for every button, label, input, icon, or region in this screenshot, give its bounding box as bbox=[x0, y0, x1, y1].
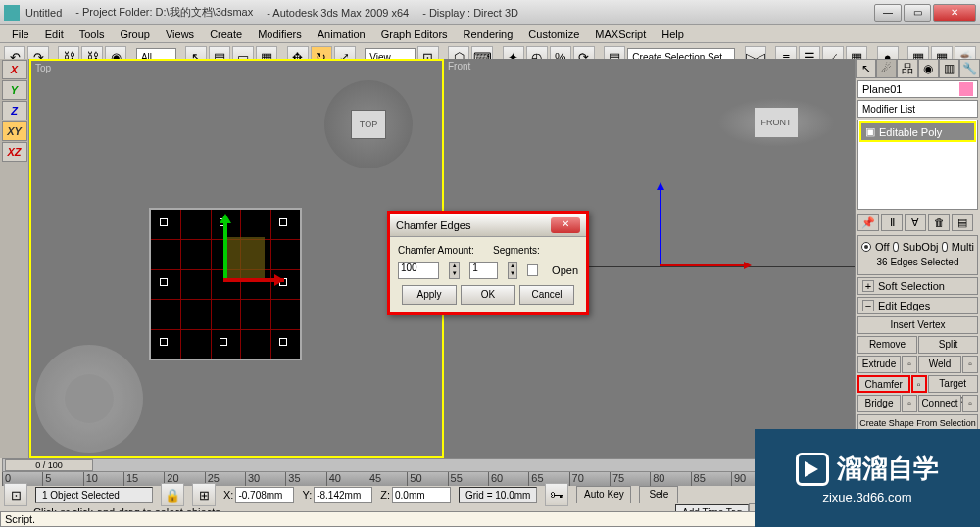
minimize-button[interactable]: — bbox=[874, 4, 902, 22]
menu-help[interactable]: Help bbox=[654, 28, 692, 40]
gizmo-y-axis[interactable] bbox=[223, 217, 227, 278]
maximize-button[interactable]: ▭ bbox=[904, 4, 931, 22]
watermark-text: 溜溜自学 bbox=[837, 452, 939, 486]
menu-views[interactable]: Views bbox=[158, 28, 202, 40]
bridge-settings-button[interactable]: ▫ bbox=[902, 395, 917, 412]
axis-z-button[interactable]: Z bbox=[2, 101, 27, 120]
utilities-tab[interactable]: 🔧 bbox=[959, 59, 980, 78]
lock-button[interactable]: 🔒 bbox=[161, 483, 184, 506]
gizmo-plane[interactable] bbox=[225, 237, 265, 280]
watermark-url: zixue.3d66.com bbox=[822, 490, 911, 504]
time-slider[interactable]: 0 / 100 bbox=[2, 458, 853, 472]
modifier-editable-poly[interactable]: ▣ Editable Poly bbox=[859, 121, 976, 142]
menu-bar: File Edit Tools Group Views Create Modif… bbox=[0, 25, 980, 43]
segments-spinner[interactable]: ▲▼ bbox=[508, 262, 518, 279]
menu-grapheditors[interactable]: Graph Editors bbox=[373, 28, 456, 40]
expand-icon[interactable]: ▣ bbox=[865, 125, 875, 138]
menu-animation[interactable]: Animation bbox=[310, 28, 373, 40]
close-button[interactable]: ✕ bbox=[933, 4, 976, 22]
configure-button[interactable]: ▤ bbox=[952, 214, 973, 231]
remove-modifier-button[interactable]: 🗑 bbox=[928, 214, 950, 231]
axis-x-button[interactable]: X bbox=[2, 60, 27, 79]
make-unique-button[interactable]: ∀ bbox=[905, 214, 926, 231]
menu-rendering[interactable]: Rendering bbox=[456, 28, 521, 40]
motion-tab[interactable]: ◉ bbox=[918, 59, 939, 78]
weld-settings-button[interactable]: ▫ bbox=[962, 356, 978, 373]
insert-vertex-button[interactable]: Insert Vertex bbox=[858, 316, 978, 334]
connect-settings-button[interactable]: ▫ bbox=[962, 395, 978, 412]
autokey-button[interactable]: Auto Key bbox=[576, 486, 631, 503]
coord-y-input[interactable] bbox=[314, 487, 372, 503]
extrude-settings-button[interactable]: ▫ bbox=[902, 356, 917, 373]
axis-xy-button[interactable]: XY bbox=[2, 121, 27, 141]
grid-info: Grid = 10.0mm bbox=[459, 487, 537, 503]
ignore-off-radio[interactable] bbox=[861, 242, 871, 252]
remove-button[interactable]: Remove bbox=[858, 336, 917, 354]
doc-title: Untitled bbox=[25, 7, 62, 19]
menu-create[interactable]: Create bbox=[202, 28, 250, 40]
menu-modifiers[interactable]: Modifiers bbox=[250, 28, 310, 40]
time-ruler[interactable]: 0510152025303540455055606570758085909510… bbox=[2, 472, 853, 486]
menu-customize[interactable]: Customize bbox=[520, 28, 587, 40]
key-icon[interactable]: 🗝 bbox=[545, 483, 568, 506]
show-end-result-button[interactable]: Ⅱ bbox=[881, 214, 903, 231]
time-slider-thumb[interactable]: 0 / 100 bbox=[5, 459, 93, 471]
app-icon bbox=[4, 5, 20, 21]
title-bar: Untitled - Project Folder: D:\我的文档\3dsma… bbox=[0, 0, 980, 25]
selection-info: 1 Object Selected bbox=[35, 487, 153, 503]
chamfer-button[interactable]: Chamfer bbox=[858, 375, 910, 393]
soft-selection-rollout[interactable]: +Soft Selection bbox=[858, 277, 978, 295]
ignore-multi-radio[interactable] bbox=[942, 242, 947, 252]
bottom-bar: 0 / 100 05101520253035404550556065707580… bbox=[0, 458, 855, 527]
coord-x-input[interactable] bbox=[235, 487, 294, 503]
selection-section: Off SubObj Multi 36 Edges Selected bbox=[858, 235, 978, 275]
split-button[interactable]: Split bbox=[918, 336, 978, 354]
chamfer-settings-button[interactable]: ▫ bbox=[911, 375, 927, 393]
viewport-front-label: Front bbox=[448, 61, 470, 72]
ignore-subobj-radio[interactable] bbox=[893, 242, 898, 252]
menu-edit[interactable]: Edit bbox=[37, 28, 72, 40]
chamfer-amount-input[interactable]: 100 bbox=[398, 262, 439, 279]
front-x-axis bbox=[660, 264, 748, 266]
dialog-title-bar[interactable]: Chamfer Edges ✕ bbox=[390, 214, 586, 237]
modify-tab[interactable]: ☄ bbox=[876, 59, 897, 78]
viewcube-top[interactable]: TOP bbox=[324, 80, 413, 168]
ok-button[interactable]: OK bbox=[461, 285, 515, 305]
hierarchy-tab[interactable]: 品 bbox=[897, 59, 917, 78]
bridge-button[interactable]: Bridge bbox=[858, 395, 901, 412]
modifier-stack[interactable]: ▣ Editable Poly bbox=[858, 120, 978, 210]
target-weld-button[interactable]: Target Weld bbox=[928, 375, 979, 393]
steering-wheel[interactable] bbox=[35, 345, 143, 453]
viewport-top[interactable]: Top TOP bbox=[29, 59, 444, 458]
object-name-field[interactable]: Plane01 bbox=[858, 80, 978, 98]
edit-edges-rollout[interactable]: −Edit Edges bbox=[858, 297, 978, 314]
transform-type-button[interactable]: ⊞ bbox=[192, 483, 216, 506]
display-tab[interactable]: ▥ bbox=[939, 59, 959, 78]
dialog-close-button[interactable]: ✕ bbox=[551, 217, 580, 233]
script-bar[interactable]: Script. bbox=[0, 511, 855, 527]
keymode-button[interactable]: ⊡ bbox=[4, 483, 27, 506]
connect-button[interactable]: Connect bbox=[918, 395, 961, 412]
watermark: 溜溜自学 zixue.3d66.com bbox=[755, 429, 980, 527]
weld-button[interactable]: Weld bbox=[918, 356, 961, 373]
segments-input[interactable]: 1 bbox=[469, 262, 498, 279]
menu-file[interactable]: File bbox=[4, 28, 37, 40]
extrude-button[interactable]: Extrude bbox=[858, 356, 901, 373]
menu-maxscript[interactable]: MAXScript bbox=[587, 28, 654, 40]
viewcube-front[interactable]: FRONT bbox=[717, 98, 835, 147]
menu-group[interactable]: Group bbox=[112, 28, 158, 40]
menu-tools[interactable]: Tools bbox=[72, 28, 113, 40]
create-tab[interactable]: ↖ bbox=[856, 59, 876, 78]
gizmo-x-axis[interactable] bbox=[223, 278, 284, 282]
selection-button[interactable]: Sele bbox=[639, 486, 678, 503]
object-color-swatch[interactable] bbox=[959, 82, 973, 96]
coord-z-input[interactable] bbox=[392, 487, 451, 503]
modifier-list-dropdown[interactable]: Modifier List bbox=[858, 100, 978, 118]
apply-button[interactable]: Apply bbox=[402, 285, 457, 305]
pin-stack-button[interactable]: 📌 bbox=[858, 214, 879, 231]
cancel-button[interactable]: Cancel bbox=[519, 285, 574, 305]
chamfer-amount-spinner[interactable]: ▲▼ bbox=[449, 262, 460, 279]
axis-xz-button[interactable]: XZ bbox=[2, 142, 27, 162]
open-checkbox[interactable] bbox=[527, 264, 538, 276]
axis-y-button[interactable]: Y bbox=[2, 80, 27, 100]
